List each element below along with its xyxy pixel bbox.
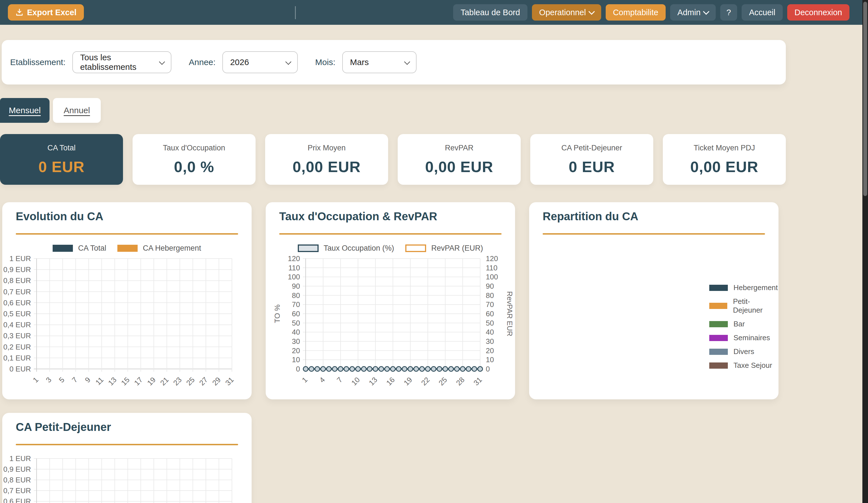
svg-text:27: 27: [198, 375, 209, 387]
svg-text:9: 9: [83, 375, 92, 384]
svg-text:22: 22: [420, 375, 432, 387]
svg-text:0,1 EUR: 0,1 EUR: [3, 354, 31, 362]
legend-item-taxe-sejour[interactable]: Taxe Sejour: [709, 361, 778, 370]
svg-text:0,3 EUR: 0,3 EUR: [3, 332, 31, 340]
nav-button-item[interactable]: ?: [720, 4, 737, 21]
svg-text:29: 29: [210, 375, 223, 387]
svg-text:0,2 EUR: 0,2 EUR: [3, 343, 31, 351]
kpi-value: 0,0 %: [174, 158, 214, 175]
nav-button-accueil[interactable]: Accueil: [742, 4, 783, 21]
svg-text:0,9 EUR: 0,9 EUR: [3, 465, 31, 473]
download-icon: [15, 8, 24, 17]
legend-swatch: [709, 303, 727, 309]
charts-row: Evolution du CA CA TotalCA Hebergement 1…: [2, 202, 778, 399]
chevron-down-icon: [404, 59, 410, 65]
filter-group-etablissement: Etablissement: Tous les etablissements: [10, 51, 172, 73]
legend-label: Taxe Sejour: [733, 361, 772, 370]
legend-swatch: [709, 321, 728, 327]
svg-text:23: 23: [172, 375, 184, 387]
page-scrollbar-track[interactable]: [862, 0, 868, 503]
legend-item-petit-dejeuner[interactable]: Petit-Dejeuner: [709, 297, 778, 314]
legend-label: Hebergement: [733, 283, 778, 292]
etablissement-select-value: Tous les etablissements: [80, 53, 154, 72]
svg-text:20: 20: [292, 346, 300, 355]
filter-group-annee: Annee: 2026: [189, 51, 298, 73]
legend-item-divers[interactable]: Divers: [709, 347, 778, 356]
repartition-ca-chart-card: Repartition du CA HebergementPetit-Dejeu…: [529, 202, 778, 399]
export-excel-button[interactable]: Export Excel: [8, 4, 84, 21]
kpi-label: RevPAR: [445, 144, 474, 152]
nav-button-admin[interactable]: Admin: [670, 4, 716, 21]
mois-select-value: Mars: [350, 58, 369, 67]
legend-swatch: [709, 335, 728, 341]
nav-button-tableau-de-bord[interactable]: Tableau de Bord: [453, 4, 527, 21]
svg-text:120: 120: [486, 254, 498, 263]
svg-text:21: 21: [158, 375, 170, 387]
legend-label: Divers: [733, 347, 754, 356]
kpi-row: CA Total0 EURTaux d'Occupation0,0 %Prix …: [0, 134, 786, 185]
page-scrollbar-thumb[interactable]: [863, 2, 867, 196]
svg-text:0,9 EUR: 0,9 EUR: [3, 265, 31, 274]
legend-item-bar[interactable]: Bar: [709, 320, 778, 329]
svg-text:7: 7: [70, 375, 79, 384]
legend-swatch: [709, 285, 728, 291]
svg-text:50: 50: [486, 319, 494, 327]
etablissement-select[interactable]: Tous les etablissements: [72, 51, 172, 73]
navbar-divider: [295, 6, 296, 19]
tab-annuel[interactable]: Annuel: [53, 98, 101, 123]
svg-text:70: 70: [292, 300, 300, 309]
legend-label: Seminaires: [733, 333, 770, 342]
navbar-button-group: Tableau de BordOperationnelComptabiliteA…: [453, 4, 849, 21]
taux-revpar-plot: 1201201101101001009090808070706060505040…: [266, 202, 515, 399]
nav-button-label: ?: [726, 8, 731, 17]
annee-select-value: 2026: [230, 58, 249, 67]
legend-swatch: [709, 362, 728, 369]
nav-button-comptabilite[interactable]: Comptabilite: [606, 4, 665, 21]
nav-button-deconnexion[interactable]: Deconnexion: [787, 4, 849, 21]
title-underline: [542, 233, 765, 234]
svg-text:30: 30: [292, 337, 300, 345]
svg-text:60: 60: [486, 310, 494, 318]
chevron-down-icon: [703, 9, 710, 15]
svg-text:0,8 EUR: 0,8 EUR: [3, 476, 31, 484]
svg-text:16: 16: [385, 375, 396, 387]
kpi-value: 0 EUR: [38, 158, 84, 175]
period-tabs: MensuelAnnuel: [0, 98, 101, 123]
kpi-card-ca-petit-dejeuner[interactable]: CA Petit-Dejeuner0 EUR: [530, 134, 653, 185]
annee-select[interactable]: 2026: [223, 51, 298, 73]
kpi-card-ca-total[interactable]: CA Total0 EUR: [0, 134, 123, 185]
svg-text:19: 19: [402, 375, 414, 387]
svg-text:28: 28: [455, 375, 466, 387]
export-excel-label: Export Excel: [27, 8, 76, 17]
legend-item-seminaires[interactable]: Seminaires: [709, 333, 778, 342]
kpi-label: CA Petit-Dejeuner: [561, 144, 622, 152]
evolution-ca-plot: 1 EUR0,9 EUR0,8 EUR0,7 EUR0,6 EUR0,5 EUR…: [2, 202, 252, 399]
svg-text:30: 30: [486, 337, 494, 345]
tab-mensuel[interactable]: Mensuel: [0, 98, 50, 123]
filter-bar: Etablissement: Tous les etablissements A…: [2, 40, 786, 84]
svg-text:19: 19: [145, 375, 157, 387]
nav-button-label: Tableau de Bord: [461, 8, 520, 17]
legend-swatch: [709, 349, 728, 355]
kpi-card-prix-moyen[interactable]: Prix Moyen0,00 EUR: [265, 134, 388, 185]
mois-select[interactable]: Mars: [342, 51, 416, 73]
svg-text:120: 120: [288, 254, 300, 263]
svg-text:5: 5: [57, 375, 66, 384]
kpi-card-taux-d-occupation[interactable]: Taux d'Occupation0,0 %: [133, 134, 256, 185]
kpi-card-ticket-moyen-pdj[interactable]: Ticket Moyen PDJ0,00 EUR: [663, 134, 786, 185]
kpi-value: 0,00 EUR: [292, 158, 361, 175]
svg-text:20: 20: [486, 346, 494, 355]
kpi-label: CA Total: [47, 144, 75, 152]
kpi-card-revpar[interactable]: RevPAR0,00 EUR: [398, 134, 521, 185]
svg-text:90: 90: [292, 282, 300, 290]
svg-text:31: 31: [224, 375, 236, 387]
nav-button-label: Operationnel: [539, 8, 586, 17]
svg-text:31: 31: [472, 375, 484, 387]
nav-button-operationnel[interactable]: Operationnel: [532, 4, 601, 21]
svg-text:100: 100: [486, 273, 498, 281]
etablissement-label: Etablissement:: [10, 58, 65, 67]
legend-item-hebergement[interactable]: Hebergement: [709, 283, 778, 292]
ca-petit-dejeuner-chart-card: CA Petit-Dejeuner 1 EUR0,9 EUR0,8 EUR0,7…: [2, 413, 252, 503]
legend-label: Petit-Dejeuner: [733, 297, 778, 314]
legend-label: Bar: [733, 320, 745, 329]
